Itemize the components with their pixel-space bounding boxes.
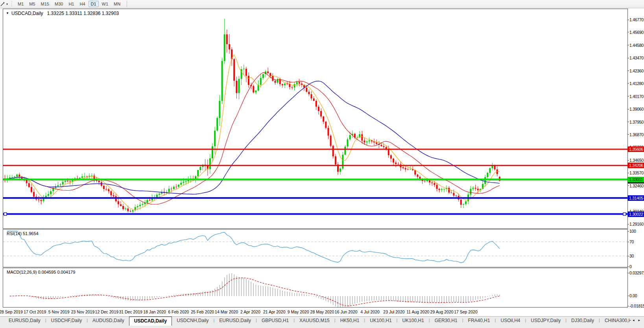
- price-tick-label: 1.32460: [629, 183, 644, 188]
- chart-tab-xauusd-m15[interactable]: XAUUSD,M15: [295, 317, 334, 326]
- rsi-axis[interactable]: 10070300: [628, 229, 644, 267]
- hline-handle: [623, 213, 626, 215]
- price-tick: [627, 58, 629, 58]
- tabs-scroll-left-icon[interactable]: ◂: [633, 318, 635, 322]
- price-axis[interactable]: 1.467701.456901.445801.434701.423601.412…: [628, 9, 644, 229]
- macd-plot[interactable]: [3, 268, 627, 307]
- price-tick-label: 1.37950: [629, 120, 644, 124]
- time-axis[interactable]: 28 Sep 201917 Oct 20195 Nov 201923 Nov 2…: [0, 308, 644, 316]
- date-label: 23 Jul 2020: [383, 309, 404, 314]
- hline-handle: [4, 213, 7, 215]
- rsi-label: RSI(14) 51.9654: [7, 231, 39, 236]
- date-label: 14 Mar 2020: [215, 309, 238, 314]
- ma-slow: [5, 81, 500, 194]
- chart-tab-usoil-h4[interactable]: USOil,H4: [496, 317, 525, 326]
- chart-tab-fra40-h1[interactable]: FRA40,H1: [463, 317, 495, 326]
- timeframe-button-d1[interactable]: D1: [89, 1, 99, 7]
- price-tick: [627, 134, 629, 135]
- chart-tab-hk50-h1[interactable]: HK50,H1: [336, 317, 364, 326]
- macd-tick: [627, 273, 629, 273]
- rsi-tick-label: 30: [629, 254, 634, 258]
- chart-tab-uk100-h1[interactable]: UK100,H1: [397, 317, 428, 326]
- price-level-badge: 1.30022: [628, 211, 644, 217]
- macd-panel[interactable]: MACD(12,26,9) 0.004595 0.004179: [3, 268, 628, 308]
- timeframe-button-m30[interactable]: M30: [52, 1, 65, 7]
- drawing-tool-icon[interactable]: [0, 1, 6, 7]
- rsi-tick: [627, 267, 629, 267]
- date-label: 9 May 2020: [288, 309, 309, 314]
- chart-tab-gbpusd-h1[interactable]: GBPUSD,H1: [257, 317, 293, 326]
- price-level-badge: 1.35606: [628, 146, 644, 152]
- chart-tab-dj30-daily[interactable]: DJ30,Daily: [566, 317, 599, 326]
- price-tick: [627, 160, 629, 161]
- date-label: 25 Feb 2020: [191, 309, 214, 314]
- chart-tabs-bar: EURUSD,Daily|USDCHF,Daily|AUDUSD,DailyUS…: [0, 316, 644, 328]
- chart-tab-usdjpy-daily[interactable]: USDJPY,Daily: [526, 317, 565, 326]
- price-tick-label: 1.36870: [629, 132, 644, 137]
- chart-symbol: USDCAD,Daily: [11, 11, 43, 16]
- timeframe-button-m15[interactable]: M15: [39, 1, 52, 7]
- timeframe-button-w1[interactable]: W1: [100, 1, 111, 7]
- rsi-tick: [627, 231, 629, 232]
- chart-tab-usdchf-daily[interactable]: USDCHF,Daily: [46, 317, 87, 326]
- date-label: 16 Jun 2020: [335, 309, 358, 314]
- price-tick: [627, 20, 629, 20]
- macd-label: MACD(12,26,9) 0.004595 0.004179: [7, 270, 75, 274]
- date-label: 28 May 2020: [310, 309, 334, 314]
- timeframe-button-m5[interactable]: M5: [27, 1, 37, 7]
- price-tick: [627, 224, 629, 224]
- price-tick: [627, 185, 629, 186]
- price-tick: [627, 70, 629, 71]
- price-tick: [627, 83, 629, 83]
- timeframe-button-h1[interactable]: H1: [66, 1, 76, 7]
- rsi-plot[interactable]: [3, 230, 627, 267]
- price-tick: [627, 96, 629, 96]
- collapse-arrow-icon[interactable]: ▼: [6, 11, 9, 15]
- macd-tick-label: 0.00: [629, 293, 637, 298]
- macd-tick: [627, 296, 629, 296]
- price-tick-label: 1.33570: [629, 170, 644, 175]
- rsi-panel[interactable]: RSI(14) 51.9654: [3, 229, 628, 267]
- chart-tab-ger30-h1[interactable]: GER30,H1: [430, 317, 462, 326]
- price-tick: [627, 45, 629, 45]
- price-tick: [627, 173, 629, 173]
- chart-tab-uk100-h1[interactable]: UK100,H1: [365, 317, 396, 326]
- date-label: 17 Oct 2019: [24, 309, 46, 314]
- timeframe-button-h4[interactable]: H4: [77, 1, 87, 7]
- tab-scroll-buttons: ◂ ▸: [631, 317, 644, 322]
- price-tick-label: 1.39060: [629, 107, 644, 111]
- date-label: 17 Sep 2020: [454, 309, 478, 314]
- timeframe-buttons: M1M5M15M30H1H4D1W1MN: [15, 1, 123, 7]
- chart-tab-usdcad-daily[interactable]: USDCAD,Daily: [129, 317, 172, 326]
- rsi-tick-label: 70: [629, 239, 634, 244]
- timeframe-button-m1[interactable]: M1: [15, 1, 26, 7]
- chart-title: ▼ USDCAD,Daily 1.33225 1.33311 1.32836 1…: [6, 11, 119, 16]
- price-tick: [627, 32, 629, 32]
- date-label: 21 Apr 2020: [263, 309, 286, 314]
- chart-tab-eurusd-daily[interactable]: EURUSD,Daily: [214, 317, 256, 326]
- date-label: 23 Nov 2019: [71, 309, 95, 314]
- chart-ohlc-values: 1.33225 1.33311 1.32836 1.32903: [47, 11, 119, 16]
- date-label: 31 Dec 2019: [119, 309, 142, 314]
- chart-tab-usdcnh-daily[interactable]: USDCNH,Daily: [172, 317, 213, 326]
- chart-tab-eurusd-daily[interactable]: EURUSD,Daily: [4, 317, 45, 326]
- date-label: 18 Jan 2020: [143, 309, 166, 314]
- toolbar-separator: [127, 1, 127, 7]
- main-chart-panel[interactable]: ▼ USDCAD,Daily 1.33225 1.33311 1.32836 1…: [3, 9, 628, 229]
- price-tick-label: 1.45690: [629, 30, 644, 35]
- toolbar-grip: [11, 1, 12, 7]
- timeframe-button-mn[interactable]: MN: [111, 1, 123, 7]
- candlestick-chart[interactable]: [3, 9, 627, 228]
- mt4-window: ▾ M1M5M15M30H1H4D1W1MN ▼ USDCAD,Daily 1.…: [0, 0, 644, 328]
- macd-axis[interactable]: 0.0329720.00-0.01815: [628, 268, 644, 308]
- chart-tab-china300-h1[interactable]: CHINA300,H1: [600, 317, 631, 326]
- date-label: 29 Aug 2020: [430, 309, 454, 314]
- price-level-badge: 1.33011: [628, 177, 644, 182]
- tool-dropdown-icon[interactable]: ▾: [6, 2, 8, 6]
- macd-tick: [627, 306, 629, 306]
- price-tick-label: 1.41280: [629, 81, 644, 86]
- date-label: 5 Nov 2019: [48, 309, 70, 314]
- tabs-scroll-right-icon[interactable]: ▸: [638, 318, 640, 322]
- price-tick-label: 1.46770: [629, 17, 644, 22]
- chart-tab-audusd-daily[interactable]: AUDUSD,Daily: [88, 317, 129, 326]
